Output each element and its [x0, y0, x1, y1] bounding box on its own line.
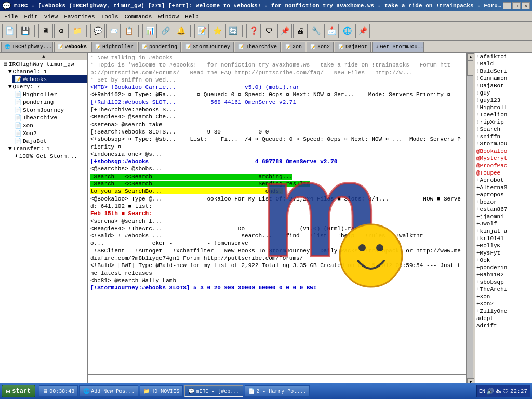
user-sbobsqp[interactable]: +sbobsqp — [475, 278, 532, 286]
tree-highroller-query[interactable]: 📄 Highroller — [12, 90, 87, 98]
user-apropos[interactable]: +apropos — [475, 191, 532, 198]
user-zillyone[interactable]: +ZillyOne — [475, 308, 532, 315]
user-thearchi[interactable]: +TheArchi — [475, 286, 532, 293]
menu-help[interactable]: Help — [182, 12, 202, 21]
menu-window[interactable]: Window — [155, 12, 182, 21]
tree-transfers-group[interactable]: ▼ Transfer: 1 — [6, 145, 87, 152]
tree-xon2-query[interactable]: 📄 Xon2 — [12, 129, 87, 137]
tray-lang[interactable]: EN — [479, 389, 485, 394]
user-kr10141[interactable]: +kr10141 — [475, 235, 532, 242]
toolbar-btn-folder[interactable]: 📁 — [70, 24, 84, 38]
tree-transfer-1[interactable]: ⬇ 100% Get Storm... — [12, 152, 87, 160]
user-stormjou[interactable]: !StormJou — [475, 140, 532, 148]
tab-dajabot[interactable]: 📝 DajaBot — [335, 42, 371, 52]
tab-thearchive[interactable]: 📝 TheArchive — [235, 42, 281, 52]
scroll-thumb[interactable] — [467, 60, 473, 76]
user-cinnamon[interactable]: !Cinnamon — [475, 75, 532, 82]
tree-ebooks-channel[interactable]: 📝 #ebooks — [12, 75, 87, 83]
tab-xon[interactable]: 📝 Xon — [282, 42, 305, 52]
minimize-button[interactable]: _ — [503, 2, 511, 9]
toolbar-btn-dcc[interactable]: 📊 — [142, 24, 157, 38]
user-ook[interactable]: +Ook — [475, 257, 532, 264]
user-kinjat[interactable]: +kinjat_a — [475, 228, 532, 235]
tab-xon2[interactable]: 📝 Xon2 — [307, 42, 334, 52]
tray-antivirus-icon[interactable]: 🛡 — [502, 388, 509, 395]
user-aerobot[interactable]: +Aerobot — [475, 177, 532, 184]
toolbar-btn-favorites[interactable]: ⭐ — [210, 24, 224, 38]
user-jwolf[interactable]: +JWolf — [475, 220, 532, 228]
menu-favorites[interactable]: Favorites — [61, 12, 98, 21]
tree-stormjourney-query[interactable]: 📄 StormJourney — [12, 106, 87, 114]
toolbar-btn-links[interactable]: 🔗 — [158, 24, 172, 38]
menu-commands[interactable]: Commands — [122, 12, 155, 21]
chat-scrollbar[interactable]: ▲ ▼ — [467, 53, 475, 385]
tray-volume-icon[interactable]: 🔊 — [486, 388, 494, 395]
tree-root[interactable]: 🖥 IRCHighWay timur_gw — [0, 60, 87, 68]
toolbar-btn-help[interactable]: ❓ — [246, 24, 261, 38]
user-highroll[interactable]: !Highroll — [475, 104, 532, 111]
user-xon2[interactable]: +Xon2 — [475, 300, 532, 308]
tree-pondering-query[interactable]: 📄 pondering — [12, 98, 87, 106]
user-guy[interactable]: !guy — [475, 89, 532, 97]
menu-view[interactable]: View — [41, 12, 61, 21]
toolbar-btn-msg[interactable]: 💬 — [90, 24, 105, 38]
tab-getstorm[interactable]: ⬇ Get StormJou... — [372, 42, 424, 52]
toolbar-btn-extra6[interactable]: 📌 — [355, 24, 370, 38]
tree-thearchive-query[interactable]: 📄 TheArchive — [12, 114, 87, 122]
toolbar-btn-refresh[interactable]: 🔄 — [225, 24, 240, 38]
user-search[interactable]: !Search — [475, 126, 532, 133]
toolbar-btn-options[interactable]: ⚙ — [54, 24, 69, 38]
scroll-up-btn[interactable]: ▲ — [467, 53, 474, 60]
toolbar-btn-channel[interactable]: 📋 — [122, 24, 136, 38]
user-xon[interactable]: +Xon — [475, 293, 532, 300]
tab-irchighway[interactable]: 🌐 IRCHighWay... — [1, 42, 53, 52]
user-proofpac[interactable]: @ProofPac — [475, 162, 532, 169]
user-mysteryt[interactable]: @Mysteryt — [475, 155, 532, 162]
menu-edit[interactable]: Edit — [21, 12, 41, 21]
toolbar-btn-extra1[interactable]: 🛡 — [262, 24, 276, 38]
restore-button[interactable]: ❐ — [512, 2, 521, 9]
menu-tools[interactable]: Tools — [98, 12, 122, 21]
tab-pondering[interactable]: 📝 pondering — [138, 42, 181, 52]
sidebar-scroll-up[interactable]: ▲ — [0, 53, 87, 60]
user-jjaomni[interactable]: +jjaomni — [475, 213, 532, 220]
menu-file[interactable]: File — [1, 12, 21, 21]
user-cstan867[interactable]: +cstan867 — [475, 206, 532, 213]
user-bald[interactable]: !Bald — [475, 60, 532, 68]
user-bozor[interactable]: +bozor — [475, 198, 532, 206]
user-toupee[interactable]: @Toupee — [475, 169, 532, 177]
tree-xon-query[interactable]: 📄 Xon — [12, 122, 87, 129]
taskbar-time-item[interactable]: 🖥 00:38:48 — [39, 385, 78, 397]
user-afaiktoi[interactable]: !afaiktoi — [475, 53, 532, 60]
user-alternas[interactable]: +AlternaS — [475, 184, 532, 191]
tree-queries-group[interactable]: ▼ Query: 7 — [6, 83, 87, 90]
tree-channels-group[interactable]: ▼ Channel: 1 — [6, 68, 87, 75]
user-mollyk[interactable]: +MollyK — [475, 242, 532, 249]
toolbar-btn-notify[interactable]: 🔔 — [174, 24, 188, 38]
toolbar-btn-save[interactable]: 💾 — [18, 24, 32, 38]
user-baldscri[interactable]: !BaldScri — [475, 68, 532, 75]
close-button[interactable]: ✕ — [522, 2, 530, 9]
user-adept[interactable]: adept — [475, 315, 532, 322]
toolbar-btn-extra2[interactable]: 📌 — [277, 24, 292, 38]
toolbar-btn-query[interactable]: 📨 — [106, 24, 121, 38]
tree-dajabot-query[interactable]: 📄 DajaBot — [12, 137, 87, 145]
user-mysfyt[interactable]: +MysFyt — [475, 249, 532, 257]
user-guy123[interactable]: !guy123 — [475, 97, 532, 104]
toolbar-btn-new[interactable]: 📄 — [2, 24, 17, 38]
toolbar-btn-script[interactable]: 📝 — [194, 24, 209, 38]
tray-network-icon[interactable]: 🖧 — [495, 388, 501, 395]
toolbar-btn-extra4[interactable]: 📩 — [324, 24, 339, 38]
user-rah1102[interactable]: +Rah1102 — [475, 271, 532, 278]
user-adrift[interactable]: Adrift — [475, 322, 532, 329]
user-bookaloo[interactable]: @Bookaloo — [475, 148, 532, 155]
user-sniffn[interactable]: !sniffn — [475, 133, 532, 140]
toolbar-btn-extra3[interactable]: 🔧 — [309, 24, 323, 38]
taskbar-doc-item[interactable]: 📄 2 - Harry Pot... — [245, 385, 310, 397]
toolbar-btn-print[interactable]: 🖨 — [293, 24, 308, 38]
scroll-track[interactable] — [467, 60, 473, 378]
tab-ebooks[interactable]: 📝 #ebooks — [54, 42, 90, 52]
taskbar-folder-item[interactable]: 📁 HD MOVIES — [140, 385, 183, 397]
user-iceelion[interactable]: !Iceelion — [475, 111, 532, 118]
tab-highroller[interactable]: 📝 Highroller — [91, 42, 137, 52]
